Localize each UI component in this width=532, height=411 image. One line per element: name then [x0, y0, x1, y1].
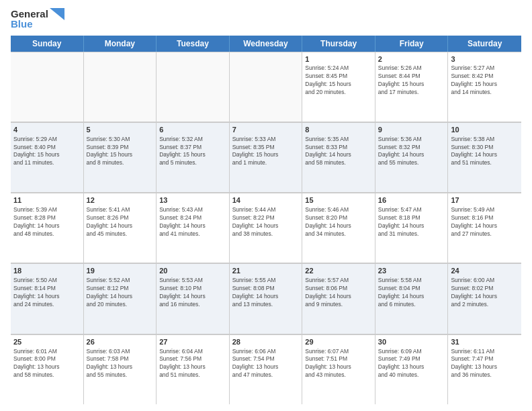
day-info: Sunrise: 5:53 AM Sunset: 8:10 PM Dayligh…	[159, 277, 226, 309]
day-cell-19: 19Sunrise: 5:52 AM Sunset: 8:12 PM Dayli…	[84, 264, 157, 333]
day-info: Sunrise: 5:50 AM Sunset: 8:14 PM Dayligh…	[13, 277, 81, 309]
day-info: Sunrise: 5:29 AM Sunset: 8:40 PM Dayligh…	[13, 136, 81, 168]
day-number: 26	[87, 337, 154, 347]
day-number: 6	[159, 125, 226, 135]
day-info: Sunrise: 5:41 AM Sunset: 8:26 PM Dayligh…	[87, 206, 154, 238]
day-info: Sunrise: 5:58 AM Sunset: 8:04 PM Dayligh…	[378, 277, 445, 309]
day-cell-18: 18Sunrise: 5:50 AM Sunset: 8:14 PM Dayli…	[11, 264, 84, 333]
day-cell-6: 6Sunrise: 5:32 AM Sunset: 8:37 PM Daylig…	[157, 123, 230, 192]
day-info: Sunrise: 5:33 AM Sunset: 8:35 PM Dayligh…	[232, 136, 300, 168]
day-number: 22	[305, 266, 372, 276]
day-info: Sunrise: 5:35 AM Sunset: 8:33 PM Dayligh…	[305, 136, 372, 168]
day-number: 12	[87, 195, 154, 205]
empty-cell	[230, 52, 303, 122]
empty-cell	[157, 52, 230, 122]
day-cell-25: 25Sunrise: 6:01 AM Sunset: 8:00 PM Dayli…	[11, 335, 84, 404]
day-number: 14	[232, 195, 300, 205]
day-info: Sunrise: 5:52 AM Sunset: 8:12 PM Dayligh…	[87, 277, 154, 309]
day-cell-23: 23Sunrise: 5:58 AM Sunset: 8:04 PM Dayli…	[375, 264, 449, 333]
day-info: Sunrise: 5:26 AM Sunset: 8:44 PM Dayligh…	[378, 64, 445, 97]
calendar-row-1: 1Sunrise: 5:24 AM Sunset: 8:45 PM Daylig…	[11, 52, 521, 122]
day-info: Sunrise: 5:30 AM Sunset: 8:39 PM Dayligh…	[87, 136, 154, 168]
day-info: Sunrise: 5:36 AM Sunset: 8:32 PM Dayligh…	[378, 136, 445, 168]
day-info: Sunrise: 5:38 AM Sunset: 8:30 PM Dayligh…	[451, 136, 519, 168]
day-cell-2: 2Sunrise: 5:26 AM Sunset: 8:44 PM Daylig…	[375, 52, 449, 122]
day-number: 1	[305, 54, 372, 64]
day-cell-17: 17Sunrise: 5:49 AM Sunset: 8:16 PM Dayli…	[448, 193, 521, 263]
calendar-row-2: 4Sunrise: 5:29 AM Sunset: 8:40 PM Daylig…	[11, 122, 521, 193]
day-number: 17	[451, 195, 519, 205]
day-cell-16: 16Sunrise: 5:47 AM Sunset: 8:18 PM Dayli…	[375, 193, 449, 263]
day-cell-15: 15Sunrise: 5:46 AM Sunset: 8:20 PM Dayli…	[302, 193, 375, 263]
day-cell-5: 5Sunrise: 5:30 AM Sunset: 8:39 PM Daylig…	[84, 123, 157, 192]
day-info: Sunrise: 5:32 AM Sunset: 8:37 PM Dayligh…	[159, 136, 226, 168]
day-info: Sunrise: 6:03 AM Sunset: 7:58 PM Dayligh…	[87, 348, 154, 380]
day-cell-26: 26Sunrise: 6:03 AM Sunset: 7:58 PM Dayli…	[84, 335, 157, 404]
day-info: Sunrise: 6:07 AM Sunset: 7:51 PM Dayligh…	[305, 348, 372, 380]
day-cell-3: 3Sunrise: 5:27 AM Sunset: 8:42 PM Daylig…	[448, 52, 521, 122]
day-info: Sunrise: 5:44 AM Sunset: 8:22 PM Dayligh…	[232, 206, 300, 238]
day-number: 5	[87, 125, 154, 135]
day-info: Sunrise: 5:24 AM Sunset: 8:45 PM Dayligh…	[305, 64, 372, 97]
day-number: 15	[305, 195, 372, 205]
day-number: 27	[159, 337, 226, 347]
day-number: 24	[451, 266, 519, 276]
day-info: Sunrise: 5:46 AM Sunset: 8:20 PM Dayligh…	[305, 206, 372, 238]
day-number: 20	[159, 266, 226, 276]
day-cell-9: 9Sunrise: 5:36 AM Sunset: 8:32 PM Daylig…	[375, 123, 449, 192]
day-number: 29	[305, 337, 372, 347]
day-cell-14: 14Sunrise: 5:44 AM Sunset: 8:22 PM Dayli…	[230, 193, 303, 263]
day-cell-20: 20Sunrise: 5:53 AM Sunset: 8:10 PM Dayli…	[157, 264, 230, 333]
logo-arrow-icon	[50, 8, 64, 20]
day-info: Sunrise: 6:04 AM Sunset: 7:56 PM Dayligh…	[159, 348, 226, 380]
day-number: 21	[232, 266, 300, 276]
empty-cell	[84, 52, 157, 122]
day-number: 4	[13, 125, 81, 135]
day-cell-7: 7Sunrise: 5:33 AM Sunset: 8:35 PM Daylig…	[230, 123, 303, 192]
day-cell-24: 24Sunrise: 6:00 AM Sunset: 8:02 PM Dayli…	[448, 264, 521, 333]
empty-cell	[11, 52, 84, 122]
day-info: Sunrise: 5:43 AM Sunset: 8:24 PM Dayligh…	[159, 206, 226, 238]
day-cell-29: 29Sunrise: 6:07 AM Sunset: 7:51 PM Dayli…	[302, 335, 375, 404]
day-cell-31: 31Sunrise: 6:11 AM Sunset: 7:47 PM Dayli…	[448, 335, 521, 404]
day-header-friday: Friday	[375, 36, 449, 52]
day-number: 10	[451, 125, 519, 135]
day-number: 18	[13, 266, 81, 276]
day-number: 8	[305, 125, 372, 135]
day-number: 2	[378, 54, 445, 64]
page: General Blue SundayMondayTuesdayWednesda…	[0, 0, 532, 411]
day-number: 7	[232, 125, 300, 135]
day-number: 23	[378, 266, 445, 276]
day-info: Sunrise: 6:01 AM Sunset: 8:00 PM Dayligh…	[13, 348, 81, 380]
day-number: 11	[13, 195, 81, 205]
day-info: Sunrise: 5:39 AM Sunset: 8:28 PM Dayligh…	[13, 206, 81, 238]
svg-marker-0	[50, 8, 64, 20]
day-header-monday: Monday	[84, 36, 157, 52]
day-cell-30: 30Sunrise: 6:09 AM Sunset: 7:49 PM Dayli…	[375, 335, 449, 404]
day-info: Sunrise: 5:57 AM Sunset: 8:06 PM Dayligh…	[305, 277, 372, 309]
calendar-row-5: 25Sunrise: 6:01 AM Sunset: 8:00 PM Dayli…	[11, 334, 521, 404]
day-header-tuesday: Tuesday	[157, 36, 230, 52]
day-cell-28: 28Sunrise: 6:06 AM Sunset: 7:54 PM Dayli…	[230, 335, 303, 404]
day-number: 28	[232, 337, 300, 347]
day-info: Sunrise: 6:09 AM Sunset: 7:49 PM Dayligh…	[378, 348, 445, 380]
calendar-header: SundayMondayTuesdayWednesdayThursdayFrid…	[11, 36, 521, 52]
logo: General Blue	[11, 8, 64, 30]
calendar: SundayMondayTuesdayWednesdayThursdayFrid…	[11, 36, 521, 405]
day-number: 31	[451, 337, 519, 347]
day-info: Sunrise: 5:27 AM Sunset: 8:42 PM Dayligh…	[451, 64, 519, 97]
day-info: Sunrise: 5:47 AM Sunset: 8:18 PM Dayligh…	[378, 206, 445, 238]
day-cell-10: 10Sunrise: 5:38 AM Sunset: 8:30 PM Dayli…	[448, 123, 521, 192]
day-header-sunday: Sunday	[11, 36, 84, 52]
day-number: 3	[451, 54, 519, 64]
day-header-wednesday: Wednesday	[230, 36, 303, 52]
day-info: Sunrise: 5:55 AM Sunset: 8:08 PM Dayligh…	[232, 277, 300, 309]
day-cell-11: 11Sunrise: 5:39 AM Sunset: 8:28 PM Dayli…	[11, 193, 84, 263]
day-number: 13	[159, 195, 226, 205]
day-cell-21: 21Sunrise: 5:55 AM Sunset: 8:08 PM Dayli…	[230, 264, 303, 333]
calendar-row-3: 11Sunrise: 5:39 AM Sunset: 8:28 PM Dayli…	[11, 193, 521, 263]
day-cell-13: 13Sunrise: 5:43 AM Sunset: 8:24 PM Dayli…	[157, 193, 230, 263]
day-number: 25	[13, 337, 81, 347]
day-info: Sunrise: 6:11 AM Sunset: 7:47 PM Dayligh…	[451, 348, 519, 380]
day-number: 9	[378, 125, 445, 135]
